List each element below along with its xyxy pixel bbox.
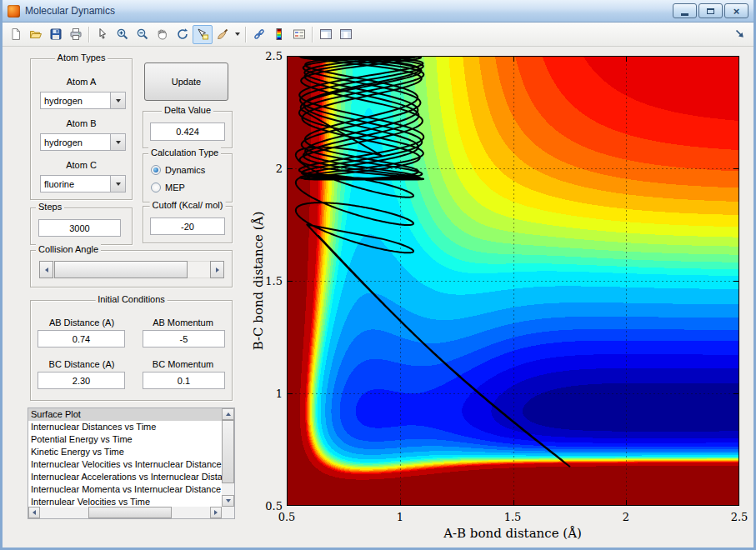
- data-cursor-button[interactable]: [193, 25, 213, 44]
- list-item[interactable]: Kinetic Energy vs Time: [28, 446, 222, 458]
- bc-distance-label: BC Distance (A): [36, 359, 128, 369]
- slider-thumb[interactable]: [54, 261, 188, 278]
- dynamics-radio-label: Dynamics: [165, 165, 205, 175]
- steps-group-title: Steps: [36, 202, 64, 212]
- brush-button[interactable]: [213, 25, 233, 44]
- list-item-surface-plot[interactable]: Surface Plot: [28, 408, 222, 421]
- insert-legend-icon: [293, 28, 306, 41]
- chevron-down-icon: [116, 141, 121, 144]
- mep-radio-label: MEP: [165, 182, 185, 192]
- x-tick-label: 2.5: [731, 511, 748, 523]
- new-figure-icon: [9, 28, 23, 41]
- brush-dropdown-button[interactable]: [233, 25, 243, 44]
- print-icon: [69, 28, 83, 41]
- list-item[interactable]: Internuclear Accelerations vs Internucle…: [28, 471, 222, 483]
- cutoff-group: Cutoff (Kcal/ mol): [143, 206, 233, 243]
- delta-value-group-title: Delta Value: [162, 105, 213, 116]
- scrollbar-corner: [222, 507, 234, 518]
- horizontal-scroll-thumb[interactable]: [88, 507, 172, 518]
- list-item[interactable]: Potential Energy vs Time: [28, 433, 222, 446]
- ab-distance-input[interactable]: [38, 330, 125, 348]
- atom-a-select[interactable]: hydrogen: [40, 92, 126, 109]
- delta-value-input[interactable]: [150, 122, 225, 141]
- insert-legend-button[interactable]: [289, 25, 309, 44]
- figure-window: Molecular Dynamics × Atom Ty: [0, 0, 756, 550]
- y-tick-label: 1: [249, 388, 283, 400]
- minimize-button[interactable]: [673, 3, 697, 18]
- chevron-down-icon: [116, 99, 121, 102]
- x-tick-label: 2: [623, 511, 629, 523]
- scroll-left-button[interactable]: [28, 507, 40, 518]
- edit-plot-button[interactable]: [93, 25, 113, 44]
- rotate-3d-icon: [176, 28, 189, 41]
- plot-type-list: Surface Plot Internuclear Distances vs T…: [28, 408, 222, 507]
- collision-angle-slider[interactable]: [39, 261, 224, 278]
- atom-b-dropdown-button[interactable]: [110, 134, 125, 150]
- x-tick-label: 0.5: [278, 511, 296, 523]
- y-tick-label: 0.5: [249, 500, 283, 512]
- bc-distance-input[interactable]: [38, 372, 125, 389]
- arrow-left-icon: [33, 510, 36, 515]
- atom-c-value: fluorine: [41, 179, 110, 189]
- steps-group: Steps: [30, 208, 133, 245]
- slider-left-arrow-button[interactable]: [39, 261, 53, 278]
- collision-angle-group-title: Collision Angle: [36, 244, 101, 255]
- list-item[interactable]: Internulear Velocities vs Time: [28, 496, 222, 507]
- arrow-right-icon: [214, 510, 218, 515]
- vertical-scroll-thumb[interactable]: [222, 420, 234, 483]
- atom-a-value: hydrogen: [41, 96, 110, 106]
- atom-c-dropdown-button[interactable]: [110, 176, 125, 192]
- atom-c-label: Atom C: [31, 160, 132, 170]
- bc-momentum-input[interactable]: [143, 372, 225, 389]
- link-plot-button[interactable]: [249, 25, 269, 44]
- plot-type-listbox: Surface Plot Internuclear Distances vs T…: [28, 408, 235, 519]
- cutoff-input[interactable]: [150, 218, 225, 235]
- initial-conditions-group: Initial Conditions AB Distance (A) AB Mo…: [30, 300, 233, 401]
- rotate-3d-button[interactable]: [173, 25, 193, 44]
- window-title: Molecular Dynamics: [25, 5, 115, 17]
- x-tick-label: 1: [397, 511, 403, 523]
- list-item[interactable]: Internuclear Velocities vs Internuclear …: [28, 458, 222, 471]
- chevron-down-icon: [116, 182, 121, 186]
- scroll-up-button[interactable]: [222, 408, 234, 420]
- update-button[interactable]: Update: [144, 62, 228, 101]
- zoom-in-button[interactable]: [113, 25, 133, 44]
- arrow-right-icon: [216, 268, 219, 272]
- pan-button[interactable]: [153, 25, 173, 44]
- scroll-down-button[interactable]: [222, 495, 234, 507]
- slider-right-arrow-button[interactable]: [210, 261, 224, 278]
- zoom-in-icon: [116, 28, 129, 41]
- dock-figure-button[interactable]: [730, 25, 750, 44]
- list-item[interactable]: Internuclear Momenta vs Internuclear Dis…: [28, 483, 222, 496]
- new-figure-button[interactable]: [6, 25, 26, 44]
- atom-c-select[interactable]: fluorine: [40, 175, 126, 192]
- zoom-out-button[interactable]: [133, 25, 153, 44]
- pes-plot-canvas[interactable]: [287, 56, 739, 506]
- dynamics-radio[interactable]: Dynamics: [151, 165, 205, 175]
- steps-input[interactable]: [38, 219, 121, 237]
- atom-a-label: Atom A: [31, 77, 132, 87]
- ab-momentum-input[interactable]: [143, 330, 225, 348]
- print-figure-button[interactable]: [66, 25, 86, 44]
- atom-a-dropdown-button[interactable]: [110, 92, 125, 108]
- close-button[interactable]: ×: [724, 3, 748, 18]
- data-cursor-icon: [196, 28, 209, 41]
- open-file-button[interactable]: [26, 25, 46, 44]
- edit-plot-icon: [96, 28, 109, 41]
- list-item[interactable]: Internuclear Distances vs Time: [28, 421, 222, 433]
- app-icon: [8, 5, 20, 18]
- save-figure-button[interactable]: [46, 25, 66, 44]
- initial-conditions-group-title: Initial Conditions: [95, 294, 168, 305]
- atom-b-select[interactable]: hydrogen: [40, 133, 126, 151]
- list-horizontal-scrollbar[interactable]: [28, 507, 222, 518]
- dock-figure-icon: [734, 28, 746, 40]
- save-figure-icon: [49, 28, 63, 41]
- insert-colorbar-button[interactable]: [269, 25, 289, 44]
- show-plot-tools-button[interactable]: [336, 25, 356, 44]
- y-axis-label: B-C bond distance (Å): [251, 212, 266, 351]
- hide-plot-tools-button[interactable]: [316, 25, 336, 44]
- scroll-right-button[interactable]: [210, 507, 222, 518]
- list-vertical-scrollbar[interactable]: [222, 408, 234, 507]
- maximize-button[interactable]: [698, 3, 723, 18]
- mep-radio[interactable]: MEP: [151, 182, 185, 192]
